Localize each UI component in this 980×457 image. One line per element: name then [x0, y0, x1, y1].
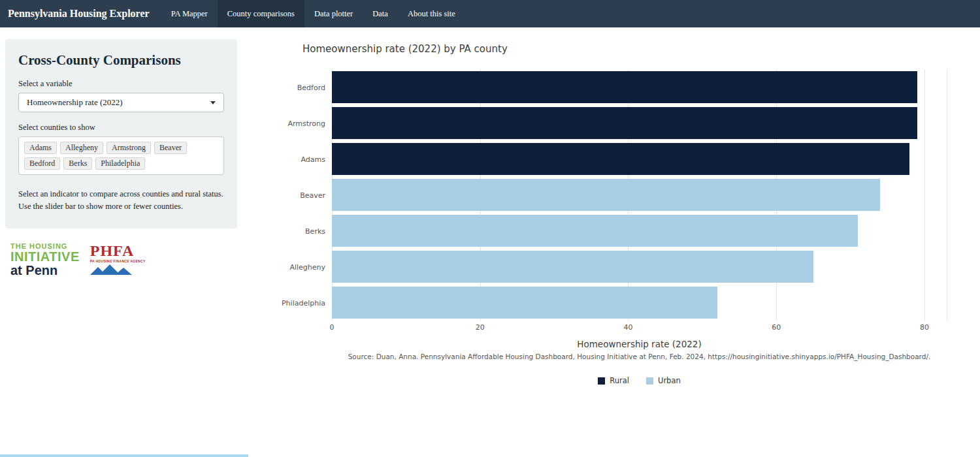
housing-initiative-logo: THE HOUSING INITIATIVE at Penn	[10, 243, 80, 277]
county-multiselect[interactable]: AdamsAlleghenyArmstrongBeaverBedfordBerk…	[18, 136, 224, 175]
nav-tab-county-comparisons[interactable]: County comparisons	[218, 0, 304, 27]
legend-label-urban: Urban	[658, 376, 681, 385]
county-tag-adams[interactable]: Adams	[24, 142, 57, 154]
chart-legend: RuralUrban	[332, 376, 947, 385]
phfa-logo: PHFA PA HOUSING FINANCE AGENCY	[90, 243, 146, 277]
source-caption: Source: Duan, Anna. Pennsylvania Afforda…	[332, 353, 947, 360]
bar-row-philadelphia: Philadelphia	[332, 285, 947, 321]
sidebar-panel: Cross-County Comparisons Select a variab…	[5, 39, 237, 228]
bar-row-berks: Berks	[332, 213, 947, 249]
x-tick-80: 80	[920, 323, 929, 332]
bar-bedford[interactable]	[332, 71, 917, 103]
y-axis-label-adams: Adams	[301, 155, 325, 163]
variable-select-value: Homeownership rate (2022)	[27, 97, 123, 108]
chart-title: Homeownership rate (2022) by PA county	[302, 43, 957, 55]
y-axis-label-beaver: Beaver	[300, 191, 325, 199]
bar-armstrong[interactable]	[332, 107, 917, 139]
gridline	[947, 69, 947, 321]
x-tick-20: 20	[476, 323, 485, 332]
nav-tabs: PA MapperCounty comparisonsData plotterD…	[161, 0, 465, 27]
hip-logo-line3: at Penn	[10, 264, 80, 277]
bar-adams[interactable]	[332, 143, 909, 175]
legend-swatch-urban	[646, 377, 653, 385]
bar-row-beaver: Beaver	[332, 177, 947, 213]
county-tag-berks[interactable]: Berks	[63, 157, 92, 170]
y-axis-label-allegheny: Allegheny	[289, 262, 325, 271]
bar-row-bedford: Bedford	[332, 69, 947, 105]
legend-item-rural[interactable]: Rural	[598, 376, 629, 385]
y-axis-label-bedford: Bedford	[297, 83, 325, 91]
x-axis-label: Homeownership rate (2022)	[332, 339, 947, 349]
nav-tab-data-plotter[interactable]: Data plotter	[304, 0, 363, 27]
legend-item-urban[interactable]: Urban	[646, 376, 681, 385]
phfa-mountains-icon	[90, 264, 135, 275]
county-tag-allegheny[interactable]: Allegheny	[60, 142, 103, 154]
legend-swatch-rural	[598, 377, 605, 385]
x-tick-60: 60	[772, 323, 781, 332]
top-navbar: Pennsylvania Housing Explorer PA MapperC…	[0, 0, 980, 27]
legend-label-rural: Rural	[610, 376, 629, 385]
bar-allegheny[interactable]	[332, 251, 813, 283]
y-axis-label-philadelphia: Philadelphia	[282, 298, 325, 307]
chevron-down-icon	[210, 101, 216, 104]
phfa-logo-subtext: PA HOUSING FINANCE AGENCY	[90, 260, 146, 263]
bar-berks[interactable]	[332, 215, 858, 247]
variable-select[interactable]: Homeownership rate (2022)	[18, 93, 224, 112]
bar-row-armstrong: Armstrong	[332, 105, 947, 141]
nav-tab-data[interactable]: Data	[363, 0, 398, 27]
county-tag-armstrong[interactable]: Armstrong	[106, 142, 151, 154]
county-tag-beaver[interactable]: Beaver	[154, 142, 187, 154]
bar-chart-plot-area: BedfordArmstrongAdamsBeaverBerksAlleghen…	[332, 69, 947, 321]
y-axis-label-armstrong: Armstrong	[287, 119, 325, 127]
nav-tab-pa-mapper[interactable]: PA Mapper	[161, 0, 218, 27]
x-tick-0: 0	[330, 323, 335, 332]
footer-logos: THE HOUSING INITIATIVE at Penn PHFA PA H…	[10, 243, 146, 277]
phfa-logo-name: PHFA	[90, 243, 146, 259]
county-tag-philadelphia[interactable]: Philadelphia	[95, 157, 145, 170]
sidebar-help-text: Select an indicator to compare across co…	[18, 188, 226, 213]
bar-row-adams: Adams	[332, 141, 947, 177]
sidebar-title: Cross-County Comparisons	[18, 52, 224, 69]
app-brand[interactable]: Pennsylvania Housing Explorer	[0, 0, 161, 27]
variable-select-label: Select a variable	[18, 79, 224, 89]
bar-row-allegheny: Allegheny	[332, 249, 947, 285]
county-tag-bedford[interactable]: Bedford	[24, 157, 60, 170]
bar-beaver[interactable]	[332, 179, 880, 211]
county-select-label: Select counties to show	[18, 123, 224, 133]
x-tick-40: 40	[623, 323, 632, 332]
horizontal-scrollbar[interactable]	[0, 454, 248, 457]
hip-logo-line2: INITIATIVE	[10, 250, 80, 263]
y-axis-label-berks: Berks	[305, 227, 325, 235]
nav-tab-about-this-site[interactable]: About this site	[398, 0, 465, 27]
bar-philadelphia[interactable]	[332, 287, 717, 319]
chart-panel: Homeownership rate (2022) by PA county B…	[274, 38, 957, 385]
x-axis-ticks: 020406080	[332, 321, 947, 332]
